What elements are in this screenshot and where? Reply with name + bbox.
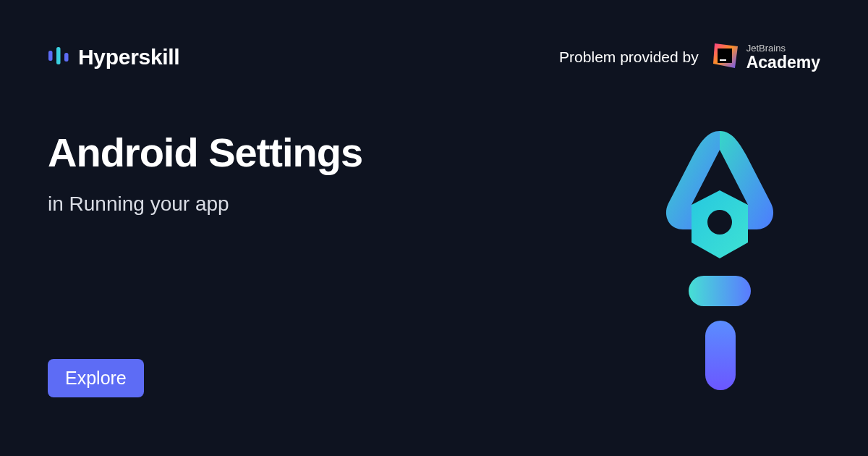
brand-name: Hyperskill <box>78 45 179 69</box>
svg-rect-2 <box>64 53 69 62</box>
svg-rect-0 <box>48 51 53 61</box>
svg-rect-7 <box>689 276 751 306</box>
decorative-figure-icon <box>651 127 788 397</box>
page-title: Android Settings <box>48 129 362 176</box>
brand-block: Hyperskill <box>48 45 179 69</box>
explore-button[interactable]: Explore <box>48 359 144 397</box>
svg-rect-8 <box>705 321 736 390</box>
hyperskill-logo-icon <box>48 45 69 69</box>
svg-point-6 <box>707 210 732 235</box>
academy-block: JetBrains Academy <box>712 42 820 72</box>
academy-partner-top: JetBrains <box>746 43 820 54</box>
provider-label: Problem provided by <box>559 48 699 66</box>
svg-rect-1 <box>56 47 61 64</box>
academy-text: JetBrains Academy <box>746 43 820 71</box>
svg-rect-5 <box>720 59 726 61</box>
page-subtitle: in Running your app <box>48 193 229 216</box>
header: Hyperskill Problem provided by <box>48 42 820 72</box>
jetbrains-logo-icon <box>712 42 739 72</box>
academy-partner-bottom: Academy <box>746 54 820 71</box>
provider-block: Problem provided by Je <box>559 42 820 72</box>
